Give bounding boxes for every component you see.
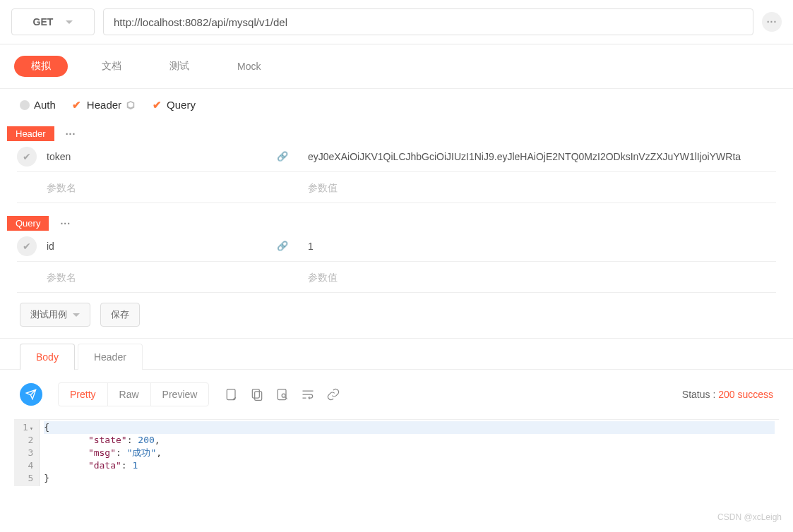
status-label: Status : bbox=[682, 389, 718, 400]
response-tabs: Body Header bbox=[0, 343, 793, 370]
subtab-query-label: Query bbox=[167, 99, 196, 111]
send-button[interactable] bbox=[20, 383, 42, 406]
url-input[interactable] bbox=[103, 8, 753, 35]
cube-icon bbox=[126, 100, 136, 110]
gutter-line: 4 bbox=[23, 459, 33, 472]
paper-plane-icon bbox=[25, 389, 37, 400]
svg-rect-2 bbox=[255, 392, 262, 401]
copy-icon[interactable] bbox=[250, 387, 264, 401]
search-response-icon[interactable] bbox=[275, 387, 290, 401]
check-icon: ✔ bbox=[151, 99, 162, 111]
status-area: Status : 200 success bbox=[682, 389, 773, 400]
response-tab-header[interactable]: Header bbox=[78, 344, 143, 370]
param-name-input[interactable] bbox=[47, 175, 301, 200]
chain-icon[interactable] bbox=[326, 387, 340, 401]
view-pretty[interactable]: Pretty bbox=[59, 383, 108, 406]
gutter-line: 5 bbox=[23, 472, 33, 485]
status-value: 200 success bbox=[718, 389, 773, 400]
check-icon: ✔ bbox=[71, 99, 83, 111]
response-toolbar: Pretty Raw Preview Status : 200 success bbox=[0, 370, 793, 419]
query-section-label: Query bbox=[7, 216, 49, 231]
tab-mock[interactable]: Mock bbox=[223, 56, 275, 76]
query-params: ✔ 🔗 bbox=[0, 231, 793, 293]
param-name-input[interactable] bbox=[47, 234, 277, 259]
action-row: 测试用例 保存 bbox=[0, 293, 793, 339]
watermark: CSDN @xcLeigh bbox=[717, 512, 782, 522]
response-tab-body[interactable]: Body bbox=[20, 344, 75, 370]
param-name-input[interactable] bbox=[47, 144, 277, 169]
subtab-header[interactable]: ✔ Header bbox=[71, 99, 136, 111]
svg-point-4 bbox=[282, 394, 286, 397]
code-line: } bbox=[44, 472, 775, 485]
query-section-more[interactable]: ··· bbox=[60, 218, 71, 229]
param-row-empty bbox=[17, 172, 776, 203]
view-toggle: Pretty Raw Preview bbox=[58, 382, 209, 406]
code-line: "data": 1 bbox=[44, 459, 775, 472]
tab-simulate[interactable]: 模拟 bbox=[14, 56, 68, 77]
link-icon[interactable]: 🔗 bbox=[277, 241, 288, 251]
save-button[interactable]: 保存 bbox=[100, 303, 140, 327]
tab-docs[interactable]: 文档 bbox=[88, 56, 136, 77]
param-value-input[interactable] bbox=[308, 234, 776, 259]
response-body-editor: 1 2 3 4 5 { "state": 200, "msg": "成功", "… bbox=[14, 419, 779, 486]
svg-rect-0 bbox=[227, 389, 236, 400]
tab-test[interactable]: 测试 bbox=[155, 56, 203, 77]
param-value-input[interactable] bbox=[308, 175, 776, 200]
gutter-line[interactable]: 1 bbox=[23, 421, 33, 434]
param-enabled-toggle[interactable]: ✔ bbox=[17, 236, 37, 256]
param-row: ✔ 🔗 bbox=[17, 141, 776, 172]
subtab-header-label: Header bbox=[87, 99, 121, 111]
param-value-input[interactable] bbox=[308, 265, 776, 290]
gutter-line: 2 bbox=[23, 434, 33, 447]
view-raw[interactable]: Raw bbox=[108, 383, 151, 406]
header-params: ✔ 🔗 bbox=[0, 141, 793, 203]
subtab-query[interactable]: ✔ Query bbox=[151, 99, 196, 111]
code-line: "state": 200, bbox=[44, 434, 775, 447]
param-value-input[interactable] bbox=[308, 144, 776, 169]
param-row-empty bbox=[17, 262, 776, 293]
chevron-down-icon bbox=[73, 313, 80, 317]
method-select[interactable]: GET bbox=[11, 8, 95, 35]
subtab-auth-label: Auth bbox=[34, 99, 56, 111]
header-section-label: Header bbox=[7, 126, 54, 141]
empty-circle-icon bbox=[20, 100, 30, 110]
param-name-input[interactable] bbox=[47, 265, 301, 290]
more-button[interactable]: ··· bbox=[762, 12, 782, 32]
request-bar: GET ··· bbox=[0, 0, 793, 44]
main-tabs: 模拟 文档 测试 Mock bbox=[0, 44, 793, 89]
gutter-line: 3 bbox=[23, 447, 33, 459]
save-response-icon[interactable] bbox=[225, 387, 239, 401]
chevron-down-icon bbox=[66, 20, 73, 24]
svg-rect-1 bbox=[253, 389, 260, 399]
header-section-header: Header ··· bbox=[0, 126, 793, 141]
subtab-auth[interactable]: Auth bbox=[20, 99, 56, 111]
query-section-header: Query ··· bbox=[0, 216, 793, 231]
line-gutter: 1 2 3 4 5 bbox=[14, 420, 40, 486]
code-line: { bbox=[44, 421, 775, 434]
tool-icons bbox=[225, 387, 340, 401]
link-icon[interactable]: 🔗 bbox=[277, 151, 288, 162]
header-section-more[interactable]: ··· bbox=[66, 128, 76, 140]
sub-tabs: Auth ✔ Header ✔ Query bbox=[0, 89, 793, 121]
param-enabled-toggle[interactable]: ✔ bbox=[17, 147, 37, 167]
method-value: GET bbox=[33, 16, 54, 28]
param-row: ✔ 🔗 bbox=[17, 231, 776, 262]
testcase-label: 测试用例 bbox=[30, 308, 67, 321]
testcase-button[interactable]: 测试用例 bbox=[20, 303, 90, 327]
code-line: "msg": "成功", bbox=[44, 447, 775, 459]
wrap-icon[interactable] bbox=[301, 387, 315, 401]
view-preview[interactable]: Preview bbox=[151, 383, 209, 406]
code-content[interactable]: { "state": 200, "msg": "成功", "data": 1 } bbox=[40, 420, 779, 486]
